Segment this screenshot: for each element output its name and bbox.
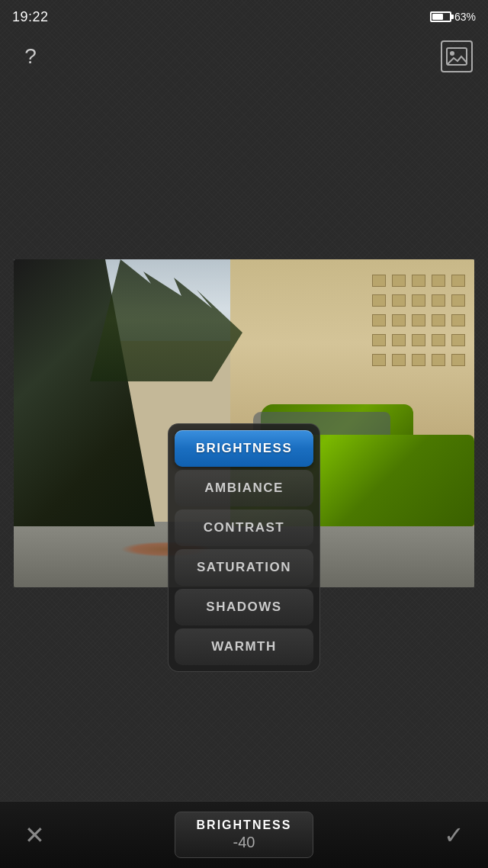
building-windows: [372, 275, 467, 368]
cancel-button[interactable]: ✕: [15, 816, 53, 854]
trees: [90, 259, 242, 381]
tool-value-label: -40: [233, 834, 255, 851]
confirm-button[interactable]: ✓: [435, 816, 473, 854]
battery-fill: [432, 14, 443, 20]
bottom-toolbar: ✕ BRIGHTNESS -40 ✓: [0, 801, 488, 868]
menu-item-saturation[interactable]: SATURATION: [175, 549, 313, 586]
menu-item-shadows[interactable]: SHADOWS: [175, 589, 313, 625]
top-toolbar: ?: [0, 34, 488, 79]
menu-item-contrast[interactable]: CONTRAST: [175, 510, 313, 546]
svg-point-1: [450, 51, 454, 56]
gallery-button[interactable]: [441, 40, 473, 72]
current-tool-display: BRIGHTNESS -40: [175, 812, 314, 858]
battery-icon: [430, 11, 451, 22]
close-icon: ✕: [24, 821, 45, 850]
menu-item-brightness[interactable]: BRIGHTNESS: [175, 430, 313, 467]
menu-item-ambiance[interactable]: AMBIANCE: [175, 470, 313, 506]
battery-container: 63%: [430, 11, 476, 23]
tool-name-label: BRIGHTNESS: [197, 818, 292, 832]
status-time: 19:22: [12, 9, 49, 25]
status-right: 63%: [430, 11, 476, 23]
adjustment-menu: BRIGHTNESS AMBIANCE CONTRAST SATURATION …: [168, 423, 320, 672]
check-icon: ✓: [444, 821, 464, 850]
help-button[interactable]: ?: [15, 41, 46, 72]
menu-item-warmth[interactable]: WARMTH: [175, 628, 313, 665]
gallery-icon: [446, 47, 467, 66]
status-bar: 19:22 63%: [0, 0, 488, 34]
battery-percent: 63%: [454, 11, 476, 23]
